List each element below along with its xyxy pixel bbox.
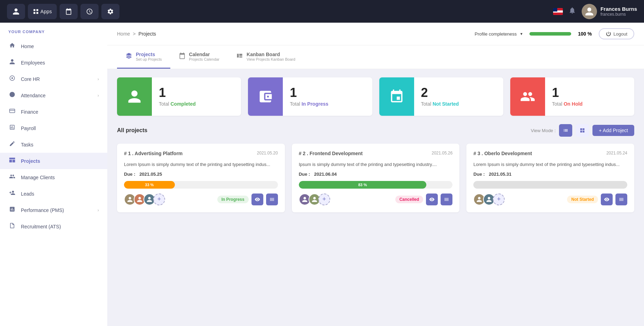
- logout-button[interactable]: Logout: [599, 28, 634, 39]
- user-info: Frances Burns frances.burns: [600, 6, 637, 17]
- project-card-2: # 2 . Frontend Development 2021.05.26 Ip…: [292, 144, 460, 212]
- project-due: Due : 2021.06.04: [299, 172, 453, 177]
- performance-icon: [8, 206, 16, 214]
- sidebar-item-home[interactable]: Home: [0, 38, 107, 54]
- apps-button[interactable]: Apps: [28, 4, 57, 19]
- sidebar-label: Finance: [21, 109, 38, 115]
- people-nav-button[interactable]: [7, 4, 25, 19]
- apps-label: Apps: [40, 9, 52, 14]
- chevron-icon: ›: [98, 93, 99, 98]
- recruitment-icon: [8, 222, 16, 230]
- add-project-button[interactable]: + Add Project: [592, 125, 634, 136]
- profile-progress-fill: [529, 32, 571, 36]
- employees-icon: [8, 59, 16, 67]
- due-date: 2021.05.31: [489, 172, 511, 177]
- grid-view-button[interactable]: [576, 124, 589, 137]
- project-desc: Ipsum is simply dummy text of the printi…: [299, 161, 453, 168]
- sidebar-item-finance[interactable]: Finance: [0, 104, 107, 120]
- project-date: 2021.05.20: [257, 151, 278, 156]
- project-card-header: # 2 . Frontend Development 2021.05.26: [299, 151, 453, 156]
- project-menu-button[interactable]: [266, 194, 278, 205]
- sidebar-item-corehr[interactable]: Core HR ›: [0, 71, 107, 87]
- project-menu-button[interactable]: [615, 194, 627, 205]
- settings-button[interactable]: [101, 4, 119, 19]
- add-avatar-button[interactable]: +: [493, 194, 505, 205]
- view-project-button[interactable]: [426, 194, 438, 205]
- project-desc: Lorem Ipsum is simply dummy text of the …: [473, 161, 627, 168]
- progress-bar: [473, 181, 627, 189]
- stat-label-colored: On Hold: [564, 101, 582, 107]
- sidebar-item-employees[interactable]: Employees: [0, 54, 107, 71]
- view-project-button[interactable]: [601, 194, 613, 205]
- sidebar-label: Core HR: [21, 76, 40, 82]
- sidebar-item-performance[interactable]: Performance (PMS) ›: [0, 202, 107, 218]
- progress-label: 83 %: [358, 183, 367, 187]
- project-menu-button[interactable]: [441, 194, 452, 205]
- project-card-header: # 1 . Advertising Platform 2021.05.20: [124, 151, 278, 156]
- add-avatar-button[interactable]: +: [153, 194, 165, 205]
- language-flag[interactable]: [553, 8, 563, 15]
- sidebar-item-tasks[interactable]: Tasks: [0, 136, 107, 153]
- sidebar-label: Home: [21, 44, 34, 49]
- tab-calendar[interactable]: Calendar Projects Calendar: [170, 45, 228, 69]
- add-project-label: + Add Project: [599, 128, 628, 133]
- project-number: # 2 . Frontend Development: [299, 151, 363, 156]
- user-area: Frances Burns frances.burns: [582, 4, 637, 19]
- due-label: Due :: [299, 172, 310, 177]
- view-project-button[interactable]: [251, 194, 263, 205]
- stat-card-body: 1 Total On Hold: [545, 81, 590, 112]
- chevron-icon: ›: [98, 77, 99, 82]
- tab-label: Calendar Projects Calendar: [189, 52, 219, 61]
- timer-button[interactable]: [80, 4, 99, 19]
- home-icon: [8, 42, 16, 50]
- sidebar-item-recruitment[interactable]: Recruitment (ATS): [0, 218, 107, 235]
- sidebar-label: Manage Clients: [21, 175, 55, 180]
- project-due: Due : 2021.05.25: [124, 172, 278, 177]
- profile-completeness[interactable]: Profile completeness ▾: [475, 31, 522, 37]
- tab-calendar-sublabel: Projects Calendar: [189, 57, 219, 61]
- project-desc: Lorem Ipsum is simply dummy text of the …: [124, 161, 278, 168]
- tab-projects[interactable]: Projects Set up Projects: [117, 45, 170, 69]
- avatar-row: +: [473, 194, 505, 205]
- add-avatar-button[interactable]: +: [318, 194, 330, 205]
- sidebar-item-leads[interactable]: Leads: [0, 185, 107, 202]
- avatar: [582, 4, 597, 19]
- sidebar-item-payroll[interactable]: Payroll: [0, 120, 107, 136]
- breadcrumb-current: Projects: [139, 31, 156, 37]
- kanban-icon: [236, 52, 243, 61]
- tab-kanban[interactable]: Kanban Board View Projects Kanban Board: [228, 45, 304, 69]
- project-card-1: # 1 . Advertising Platform 2021.05.20 Lo…: [117, 144, 285, 212]
- stat-label-colored: Completed: [170, 101, 195, 107]
- avatar-row: +: [299, 194, 330, 205]
- user-name: Frances Burns: [600, 6, 637, 12]
- progress-label: 33 %: [145, 183, 154, 187]
- breadcrumb-home[interactable]: Home: [117, 31, 130, 37]
- stat-card-onhold: 1 Total On Hold: [510, 77, 634, 116]
- project-number: # 3 . Oberlo Development: [473, 151, 532, 156]
- tab-calendar-label: Calendar: [189, 52, 219, 57]
- stat-number: 1: [552, 86, 583, 99]
- sidebar-item-attendance[interactable]: Attendance ›: [0, 87, 107, 104]
- top-nav-right: Frances Burns frances.burns: [553, 4, 637, 19]
- completed-icon: [117, 77, 152, 116]
- projects-icon: [8, 157, 16, 165]
- logout-label: Logout: [613, 31, 627, 37]
- list-view-button[interactable]: [559, 124, 572, 137]
- calendar-button[interactable]: [60, 4, 78, 19]
- stat-label: Total On Hold: [552, 101, 583, 107]
- sidebar-item-projects[interactable]: Projects: [0, 153, 107, 169]
- sidebar-label: Leads: [21, 191, 34, 197]
- stat-card-body: 1 Total Completed: [152, 81, 203, 112]
- dropdown-icon: ▾: [520, 31, 522, 36]
- inprogress-icon: [248, 77, 283, 116]
- tab-label: Projects Set up Projects: [136, 52, 162, 61]
- tab-kanban-label: Kanban Board: [247, 52, 295, 57]
- top-navigation: Apps Frances Burns frances.burns: [0, 0, 644, 23]
- project-due: Due : 2021.05.31: [473, 172, 627, 177]
- progress-fill: 83 %: [299, 181, 427, 189]
- status-badge: Not Started: [567, 196, 598, 203]
- sidebar-item-manage-clients[interactable]: Manage Clients: [0, 169, 107, 185]
- clients-icon: [8, 173, 16, 181]
- notification-icon[interactable]: [568, 7, 576, 16]
- sidebar-label: Performance (PMS): [21, 207, 64, 213]
